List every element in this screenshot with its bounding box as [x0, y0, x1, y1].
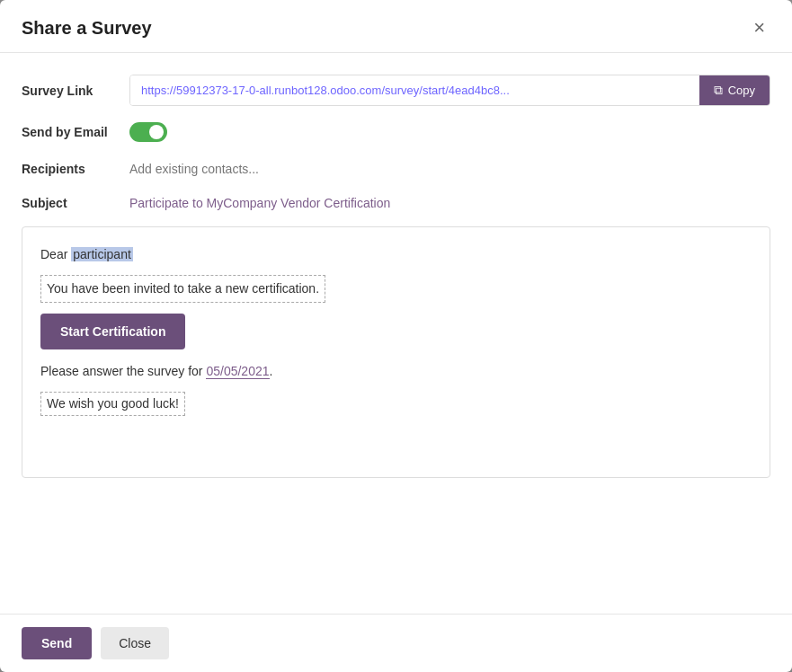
copy-icon: ⧉	[714, 83, 723, 98]
survey-link-row: Survey Link ⧉ Copy	[22, 75, 770, 106]
invitation-text: You have been invited to take a new cert…	[40, 275, 325, 303]
modal-footer: Send Close	[0, 614, 792, 672]
subject-row: Subject Participate to MyCompany Vendor …	[22, 196, 770, 210]
good-luck-text: We wish you good luck!	[40, 392, 185, 416]
recipients-row: Recipients	[22, 158, 770, 180]
modal-overlay: Share a Survey × Survey Link ⧉ Copy Send…	[0, 0, 792, 672]
survey-link-input[interactable]	[130, 75, 699, 105]
answer-line-after: .	[270, 364, 273, 378]
copy-button[interactable]: ⧉ Copy	[699, 75, 770, 105]
toggle-slider	[129, 122, 167, 142]
survey-link-container: ⧉ Copy	[129, 75, 770, 106]
answer-paragraph: Please answer the survey for 05/05/2021.	[40, 362, 752, 381]
survey-link-label: Survey Link	[22, 84, 129, 98]
modal-title: Share a Survey	[22, 18, 152, 39]
modal-body: Survey Link ⧉ Copy Send by Email	[0, 53, 792, 614]
toggle-container	[129, 122, 167, 142]
send-by-email-toggle[interactable]	[129, 122, 167, 142]
send-by-email-label: Send by Email	[22, 125, 129, 139]
close-footer-button[interactable]: Close	[101, 627, 169, 659]
recipients-input[interactable]	[129, 158, 770, 180]
share-survey-modal: Share a Survey × Survey Link ⧉ Copy Send…	[0, 0, 792, 672]
answer-line-before: Please answer the survey for	[40, 364, 206, 378]
close-icon-button[interactable]: ×	[748, 16, 770, 40]
greeting-paragraph: Dear participant	[40, 245, 752, 264]
invitation-paragraph: You have been invited to take a new cert…	[40, 275, 752, 303]
send-by-email-row: Send by Email	[22, 122, 770, 142]
subject-label: Subject	[22, 196, 129, 210]
modal-header: Share a Survey ×	[0, 0, 792, 53]
copy-button-label: Copy	[728, 84, 755, 97]
start-certification-button[interactable]: Start Certification	[40, 314, 185, 349]
participant-text: participant	[71, 247, 133, 261]
subject-value: Participate to MyCompany Vendor Certific…	[129, 196, 390, 210]
send-button[interactable]: Send	[22, 627, 92, 659]
date-text: 05/05/2021	[206, 364, 269, 379]
greeting-text: Dear	[40, 247, 71, 261]
email-body: Dear participant You have been invited t…	[22, 226, 770, 478]
recipients-label: Recipients	[22, 162, 129, 176]
good-luck-paragraph: We wish you good luck!	[40, 392, 752, 416]
